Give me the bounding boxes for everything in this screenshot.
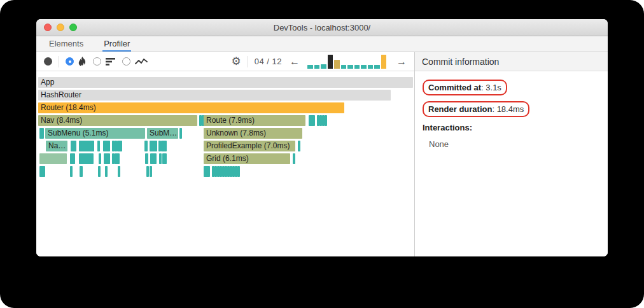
flame-bar[interactable] (98, 166, 101, 177)
flame-bar[interactable] (325, 115, 327, 126)
commit-bar[interactable] (347, 65, 353, 69)
flamegraph-chart: AppHashRouterRouter (18.4ms)Nav (8.4ms)R… (36, 71, 414, 256)
flame-bar[interactable] (150, 141, 157, 151)
flame-bar-grid[interactable]: Grid (6.1ms) (204, 153, 290, 164)
flame-bar[interactable] (97, 141, 100, 151)
flame-bar[interactable] (70, 166, 73, 177)
flame-bar-profiledexample[interactable]: ProfiledExample (7.0ms) (204, 141, 295, 151)
flame-bar[interactable] (159, 153, 162, 164)
commit-bar[interactable] (334, 60, 340, 69)
title-bar: DevTools - localhost:3000/ (36, 19, 608, 36)
flame-bar[interactable] (105, 166, 108, 177)
toolbar-divider (59, 56, 59, 67)
flame-bar-na[interactable]: Na… (46, 141, 67, 151)
flame-bar[interactable] (118, 166, 120, 177)
devtools-window: DevTools - localhost:3000/ Elements Prof… (36, 19, 608, 256)
flame-bar[interactable] (298, 141, 300, 151)
profiler-toolbar: ⚙ 04 / 12 ← → (36, 52, 414, 71)
flame-bar[interactable] (161, 141, 167, 151)
render-duration-value: : 18.4ms (492, 104, 524, 114)
interactions-radio[interactable] (122, 57, 130, 66)
commit-info-panel: Commit information Committed at: 3.1s Re… (415, 52, 608, 256)
flame-bar[interactable] (39, 166, 45, 177)
gear-icon[interactable]: ⚙ (231, 56, 241, 67)
flame-bar-app[interactable]: App (38, 77, 413, 88)
line-chart-icon[interactable] (135, 58, 148, 66)
flame-bar[interactable] (179, 128, 182, 139)
committed-at-value: : 3.1s (481, 83, 501, 92)
flame-bar[interactable] (103, 141, 110, 151)
flame-bar[interactable] (80, 166, 83, 177)
commit-bar[interactable] (341, 65, 347, 69)
flame-bar[interactable] (237, 166, 240, 177)
flame-bar[interactable] (79, 153, 94, 164)
flame-bar[interactable] (99, 153, 101, 164)
flamegraph-radio[interactable] (66, 57, 74, 66)
flame-bar[interactable] (71, 141, 76, 151)
flame-bar-hashrouter[interactable]: HashRouter (38, 90, 391, 101)
previous-commit-arrow-icon[interactable]: ← (288, 57, 301, 67)
commit-bar[interactable] (368, 65, 374, 69)
flame-bar[interactable] (39, 128, 44, 139)
render-duration-annotation: Render duration: 18.4ms (423, 101, 529, 117)
commit-count: 04 / 12 (255, 57, 282, 66)
profiler-main-panel: ⚙ 04 / 12 ← → AppHashRouterRouter (18.4m… (36, 52, 415, 256)
committed-at-label: Committed at (428, 83, 481, 92)
flame-bar-nav[interactable]: Nav (8.4ms) (38, 115, 197, 126)
commit-bar[interactable] (354, 65, 360, 69)
commit-bar[interactable] (307, 65, 313, 69)
flame-bar-unknown[interactable]: Unknown (7.8ms) (204, 128, 302, 139)
interactions-view-option[interactable] (122, 57, 148, 66)
commit-selector-chart[interactable] (307, 55, 389, 69)
interactions-value: None (423, 139, 449, 149)
commit-info-body: Committed at: 3.1s Render duration: 18.4… (415, 71, 608, 157)
ranked-view-option[interactable] (93, 57, 116, 66)
devtools-tab-bar: Elements Profiler (36, 36, 608, 52)
flame-bar[interactable] (162, 153, 167, 164)
flame-bar-subm[interactable]: SubM… (147, 128, 178, 139)
window-title: DevTools - localhost:3000/ (36, 23, 608, 32)
flame-bar[interactable] (117, 141, 122, 151)
flame-bar[interactable] (293, 153, 295, 164)
flame-bar[interactable] (79, 141, 94, 151)
toolbar-divider-2 (248, 56, 248, 67)
content-area: ⚙ 04 / 12 ← → AppHashRouterRouter (18.4m… (36, 52, 608, 256)
flame-bar[interactable] (150, 166, 152, 177)
commit-bar[interactable] (381, 55, 387, 69)
flame-bar[interactable] (104, 153, 110, 164)
flame-bar[interactable] (70, 153, 75, 164)
flame-bar[interactable] (146, 166, 149, 177)
flame-bar[interactable] (309, 115, 315, 126)
commit-bar[interactable] (321, 64, 326, 69)
render-duration-label: Render duration (428, 104, 492, 114)
commit-bar[interactable] (361, 65, 367, 69)
commit-bar[interactable] (314, 65, 320, 69)
ranked-chart-icon[interactable] (106, 58, 116, 66)
flame-bar[interactable] (150, 153, 157, 164)
committed-at-annotation: Committed at: 3.1s (423, 80, 507, 95)
tab-profiler[interactable]: Profiler (102, 36, 131, 52)
flamegraph-view-option[interactable] (66, 57, 87, 66)
interactions-label: Interactions: (423, 123, 472, 132)
tab-elements[interactable]: Elements (48, 36, 85, 52)
next-commit-arrow-icon[interactable]: → (395, 57, 408, 67)
flame-icon[interactable] (78, 57, 87, 66)
flame-bar[interactable] (115, 153, 120, 164)
flame-bar[interactable] (39, 153, 67, 164)
commit-info-header: Commit information (415, 52, 608, 71)
commit-bar[interactable] (328, 55, 333, 69)
record-button[interactable] (44, 57, 52, 66)
flame-bar-router[interactable]: Router (18.4ms) (38, 102, 344, 113)
flame-bar[interactable] (204, 166, 210, 177)
flame-bar-route[interactable]: Route (7.9ms) (204, 115, 305, 126)
ranked-radio[interactable] (93, 57, 101, 66)
commit-bar[interactable] (374, 65, 380, 69)
flame-bar-submenu[interactable]: SubMenu (5.1ms) (45, 128, 145, 139)
flame-bar[interactable] (145, 153, 148, 164)
flame-bar[interactable] (144, 141, 148, 151)
screenshot-backdrop: DevTools - localhost:3000/ Elements Prof… (0, 0, 644, 308)
